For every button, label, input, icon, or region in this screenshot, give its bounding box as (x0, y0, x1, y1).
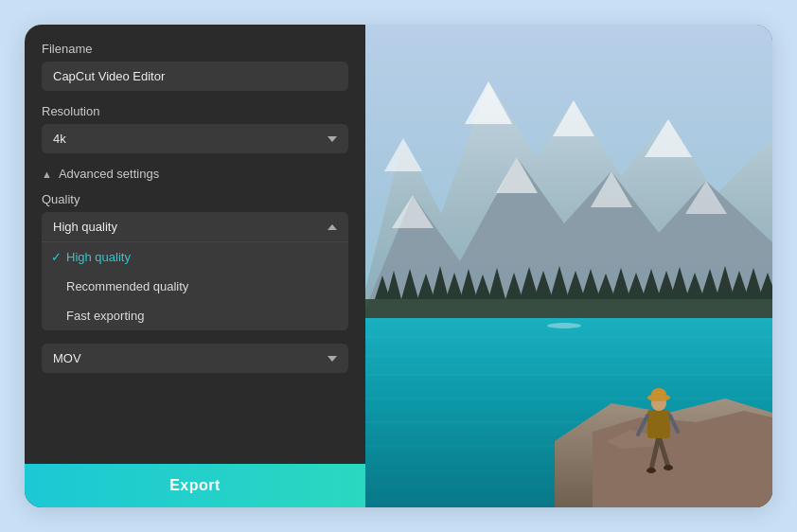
advanced-caret-up-icon: ▲ (42, 168, 52, 180)
quality-option-recommended[interactable]: Recommended quality (42, 272, 348, 301)
quality-option-recommended-label: Recommended quality (66, 279, 188, 293)
format-value: MOV (53, 351, 81, 365)
advanced-settings-toggle[interactable]: ▲ Advanced settings (42, 167, 348, 181)
check-icon: ✓ (51, 250, 62, 264)
quality-options-list: ✓ High quality Recommended quality Fast … (42, 242, 348, 330)
resolution-value: 4k (53, 132, 66, 146)
svg-point-53 (664, 465, 673, 470)
format-chevron-down-icon (328, 356, 337, 362)
filename-label: Filename (42, 42, 348, 56)
quality-option-high-label: High quality (66, 250, 131, 264)
resolution-select[interactable]: 4k (42, 124, 348, 153)
resolution-label: Resolution (42, 104, 348, 118)
format-select[interactable]: MOV (42, 344, 348, 373)
quality-label: Quality (42, 192, 348, 206)
quality-dropdown-header[interactable]: High quality (42, 212, 348, 242)
quality-dropdown[interactable]: High quality ✓ High quality Recommended … (42, 212, 348, 330)
quality-option-high[interactable]: ✓ High quality (42, 242, 348, 272)
advanced-settings-label: Advanced settings (59, 167, 159, 181)
scene-illustration (365, 25, 772, 507)
quality-selected-value: High quality (53, 220, 117, 234)
svg-marker-48 (593, 411, 772, 507)
right-panel (365, 25, 772, 507)
resolution-chevron-down-icon (328, 136, 337, 142)
filename-input[interactable] (42, 62, 348, 91)
svg-point-46 (547, 323, 581, 328)
left-panel: Filename Resolution 4k ▲ Advanced settin… (25, 25, 365, 507)
main-card: Filename Resolution 4k ▲ Advanced settin… (25, 25, 772, 507)
quality-option-fast[interactable]: Fast exporting (42, 301, 348, 330)
quality-option-fast-label: Fast exporting (66, 309, 144, 323)
svg-point-52 (646, 468, 656, 473)
svg-point-59 (651, 388, 666, 399)
export-button[interactable]: Export (25, 464, 365, 507)
quality-chevron-up-icon (328, 224, 337, 230)
svg-rect-54 (647, 410, 670, 438)
